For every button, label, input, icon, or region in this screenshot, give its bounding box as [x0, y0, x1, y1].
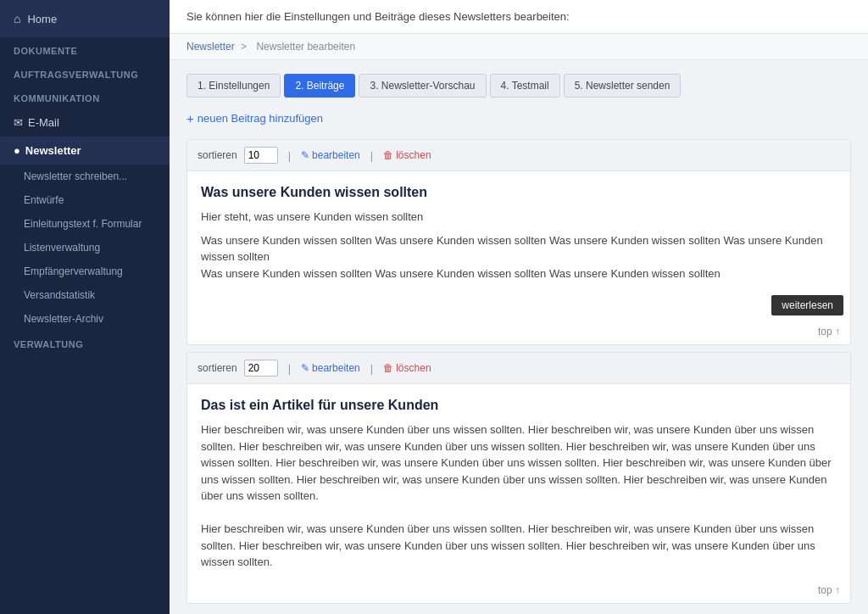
sidebar-section-kommunikation: KOMMUNIKATION: [0, 85, 170, 109]
sidebar-sub-label-2: Entwürfe: [24, 194, 64, 206]
article-text-2: Hier beschreiben wir, was unsere Kunden …: [201, 421, 837, 571]
sidebar-sub-versandstatistik[interactable]: Versandstatistik: [0, 283, 170, 307]
delete-button-1[interactable]: 🗑 löschen: [383, 149, 431, 161]
plus-icon: +: [186, 111, 194, 126]
breadcrumb-separator: >: [241, 41, 249, 53]
sidebar-sub-label-4: Listenverwaltung: [24, 242, 100, 254]
article-title-1: Was unsere Kunden wissen sollten: [201, 185, 837, 200]
sidebar-section-auftrag: AUFTRAGSVERWALTUNG: [0, 61, 170, 85]
top-bar: Sie können hier die Einstellungen und Be…: [170, 0, 868, 34]
delete-label-1: löschen: [396, 149, 431, 161]
tab-einstellungen[interactable]: 1. Einstellungen: [186, 74, 281, 98]
top-link-2: top ↑: [187, 581, 850, 603]
article-toolbar-1: sortieren | ✎ bearbeiten | 🗑 löschen: [187, 140, 850, 171]
pencil-icon-1: ✎: [301, 149, 309, 161]
article-card-1: sortieren | ✎ bearbeiten | 🗑 löschen Was…: [186, 139, 851, 345]
article-body-2: Das ist ein Artikel für unsere Kunden Hi…: [187, 384, 850, 581]
tab-testmail[interactable]: 4. Testmail: [490, 74, 560, 98]
breadcrumb: Newsletter > Newsletter bearbeiten: [170, 34, 868, 60]
sidebar-section-dokumente: DOKUMENTE: [0, 37, 170, 61]
read-more-button-1[interactable]: weiterlesen: [771, 295, 843, 315]
delete-label-2: löschen: [396, 362, 431, 374]
sidebar-sub-einleitungstext[interactable]: Einleitungstext f. Formular: [0, 212, 170, 236]
sidebar-sub-archiv[interactable]: Newsletter-Archiv: [0, 307, 170, 331]
sidebar-newsletter-label: Newsletter: [25, 144, 81, 157]
sort-label-2: sortieren: [198, 362, 237, 374]
sidebar-home-label: Home: [27, 13, 57, 25]
trash-icon-1: 🗑: [383, 149, 393, 161]
sidebar-item-email[interactable]: ✉ E-Mail: [0, 109, 170, 137]
article-body-1: Was unsere Kunden wissen sollten Hier st…: [187, 171, 850, 292]
trash-icon-2: 🗑: [383, 362, 393, 374]
read-more-row-1: weiterlesen: [187, 292, 850, 322]
tab-beitraege[interactable]: 2. Beiträge: [284, 74, 355, 98]
pencil-icon-2: ✎: [301, 362, 309, 374]
top-link-label-1[interactable]: top ↑: [818, 326, 840, 338]
article-excerpt-1: Hier steht, was unsere Kunden wissen sol…: [201, 209, 837, 226]
top-bar-text: Sie können hier die Einstellungen und Be…: [186, 10, 570, 23]
sidebar-item-newsletter[interactable]: ● Newsletter: [0, 137, 170, 165]
sidebar-sub-listenverwaltung[interactable]: Listenverwaltung: [0, 236, 170, 260]
edit-label-1: bearbeiten: [312, 149, 360, 161]
sidebar-sub-empfaengerverwaltung[interactable]: Empfängerverwaltung: [0, 260, 170, 283]
edit-button-1[interactable]: ✎ bearbeiten: [301, 149, 360, 161]
sidebar-sub-label-1: Newsletter schreiben...: [24, 170, 127, 182]
article-card-2: sortieren | ✎ bearbeiten | 🗑 löschen Das…: [186, 352, 851, 604]
sidebar-item-home[interactable]: ⌂ Home: [0, 0, 170, 37]
content-area: 1. Einstellungen 2. Beiträge 3. Newslett…: [170, 60, 868, 614]
main-content: Sie können hier die Einstellungen und Be…: [170, 0, 868, 614]
tab-vorschau[interactable]: 3. Newsletter-Vorschau: [359, 74, 486, 98]
home-icon: ⌂: [14, 12, 20, 25]
article-text-1: Was unsere Kunden wissen sollten Was uns…: [201, 232, 837, 282]
tabs-container: 1. Einstellungen 2. Beiträge 3. Newslett…: [186, 74, 851, 98]
article-title-2: Das ist ein Artikel für unsere Kunden: [201, 398, 837, 413]
sort-label-1: sortieren: [198, 149, 237, 161]
sidebar-email-label: E-Mail: [28, 116, 59, 129]
sidebar-sub-label-6: Versandstatistik: [24, 289, 95, 301]
add-beitrag-button[interactable]: + neuen Beitrag hinzufügen: [186, 111, 323, 126]
sidebar-sub-label-3: Einleitungstext f. Formular: [24, 218, 142, 230]
sidebar: ⌂ Home DOKUMENTE AUFTRAGSVERWALTUNG KOMM…: [0, 0, 170, 614]
add-beitrag-label: neuen Beitrag hinzufügen: [198, 112, 323, 125]
sidebar-section-verwaltung: VERWALTUNG: [0, 331, 170, 354]
delete-button-2[interactable]: 🗑 löschen: [383, 362, 431, 374]
top-link-1: top ↑: [187, 322, 850, 344]
email-icon: ✉: [14, 116, 23, 129]
edit-label-2: bearbeiten: [312, 362, 360, 374]
sort-input-1[interactable]: [244, 147, 278, 164]
sort-input-2[interactable]: [244, 360, 278, 377]
newsletter-icon: ●: [14, 144, 20, 157]
sidebar-sub-label-7: Newsletter-Archiv: [24, 313, 103, 325]
sidebar-sub-entwuerfe[interactable]: Entwürfe: [0, 188, 170, 212]
sidebar-sub-label-5: Empfängerverwaltung: [24, 265, 123, 277]
sidebar-sub-newsletter-schreiben[interactable]: Newsletter schreiben...: [0, 165, 170, 188]
tab-senden[interactable]: 5. Newsletter senden: [564, 74, 682, 98]
edit-button-2[interactable]: ✎ bearbeiten: [301, 362, 360, 374]
breadcrumb-newsletter[interactable]: Newsletter: [186, 41, 235, 53]
article-toolbar-2: sortieren | ✎ bearbeiten | 🗑 löschen: [187, 353, 850, 384]
top-link-label-2[interactable]: top ↑: [818, 584, 840, 596]
breadcrumb-current: Newsletter bearbeiten: [256, 41, 355, 53]
